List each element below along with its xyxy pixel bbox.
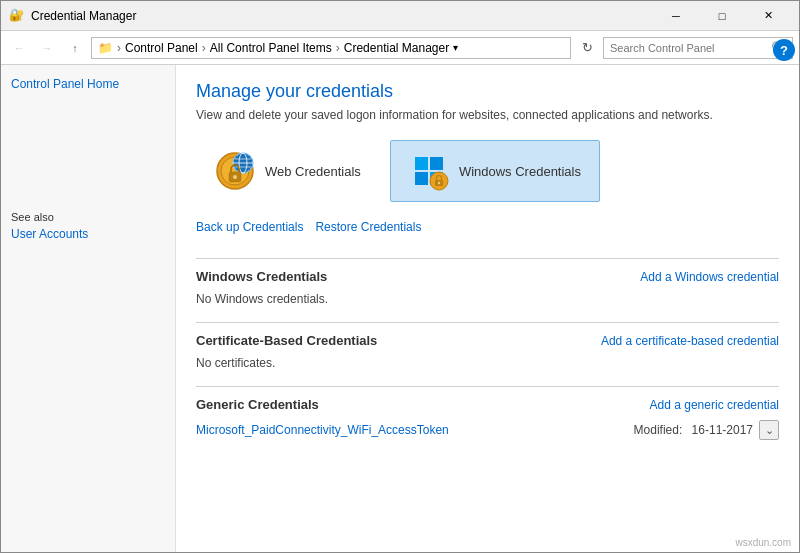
credential-item-microsoft-wifi: Microsoft_PaidConnectivity_WiFi_AccessTo…	[196, 416, 779, 444]
web-credentials-icon	[215, 151, 255, 191]
address-bar: ← → ↑ 📁 › Control Panel › All Control Pa…	[1, 31, 799, 65]
windows-section-title: Windows Credentials	[196, 269, 327, 284]
windows-credentials-empty: No Windows credentials.	[196, 288, 779, 314]
search-input[interactable]	[610, 42, 771, 54]
windows-section-header: Windows Credentials Add a Windows creden…	[196, 269, 779, 284]
close-button[interactable]: ✕	[745, 1, 791, 31]
window: 🔐 Credential Manager ─ □ ✕ ← → ↑ 📁 › Con…	[0, 0, 800, 553]
breadcrumb-part-2: All Control Panel Items	[210, 41, 332, 55]
expand-credential-button[interactable]: ⌄	[759, 420, 779, 440]
svg-rect-14	[430, 157, 443, 170]
svg-point-18	[438, 182, 440, 184]
generic-section-header: Generic Credentials Add a generic creden…	[196, 397, 779, 412]
title-bar: 🔐 Credential Manager ─ □ ✕	[1, 1, 799, 31]
credential-tabs: Web Credentials	[196, 140, 779, 202]
app-icon: 🔐	[9, 8, 25, 24]
window-title: Credential Manager	[31, 9, 653, 23]
certificate-credentials-empty: No certificates.	[196, 352, 779, 378]
sidebar-control-panel-home[interactable]: Control Panel Home	[11, 77, 165, 91]
svg-rect-15	[415, 172, 428, 185]
generic-credentials-section: Generic Credentials Add a generic creden…	[196, 386, 779, 450]
certificate-section-title: Certificate-Based Credentials	[196, 333, 377, 348]
breadcrumb[interactable]: 📁 › Control Panel › All Control Panel It…	[91, 37, 571, 59]
svg-point-9	[233, 175, 237, 179]
credential-item-name[interactable]: Microsoft_PaidConnectivity_WiFi_AccessTo…	[196, 423, 449, 437]
generic-section-title: Generic Credentials	[196, 397, 319, 412]
add-certificate-credential-link[interactable]: Add a certificate-based credential	[601, 334, 779, 348]
windows-credentials-section: Windows Credentials Add a Windows creden…	[196, 258, 779, 320]
page-title: Manage your credentials	[196, 81, 779, 102]
modified-label: Modified:	[634, 423, 686, 437]
content-area: Manage your credentials View and delete …	[176, 65, 799, 553]
window-controls: ─ □ ✕	[653, 1, 791, 31]
watermark: wsxdun.com	[735, 537, 791, 548]
modified-date: 16-11-2017	[692, 423, 753, 437]
certificate-section-header: Certificate-Based Credentials Add a cert…	[196, 333, 779, 348]
up-button[interactable]: ↑	[63, 36, 87, 60]
sidebar: Control Panel Home See also User Account…	[1, 65, 176, 553]
minimize-button[interactable]: ─	[653, 1, 699, 31]
main-container: Control Panel Home See also User Account…	[1, 65, 799, 553]
svg-rect-10	[415, 157, 428, 170]
see-also-label: See also	[11, 211, 165, 223]
maximize-button[interactable]: □	[699, 1, 745, 31]
add-generic-credential-link[interactable]: Add a generic credential	[650, 398, 779, 412]
credential-item-meta: Modified: 16-11-2017 ⌄	[634, 420, 779, 440]
sidebar-user-accounts[interactable]: User Accounts	[11, 227, 165, 241]
refresh-button[interactable]: ↻	[575, 36, 599, 60]
page-subtitle: View and delete your saved logon informa…	[196, 108, 779, 122]
actions-row: Back up Credentials Restore Credentials	[196, 220, 779, 242]
help-button[interactable]: ?	[773, 39, 795, 61]
breadcrumb-part-1: Control Panel	[125, 41, 198, 55]
certificate-credentials-section: Certificate-Based Credentials Add a cert…	[196, 322, 779, 384]
windows-credentials-icon	[409, 151, 449, 191]
back-button[interactable]: ←	[7, 36, 31, 60]
folder-icon: 📁	[98, 41, 113, 55]
add-windows-credential-link[interactable]: Add a Windows credential	[640, 270, 779, 284]
windows-credentials-label: Windows Credentials	[459, 164, 581, 179]
search-box: 🔍	[603, 37, 793, 59]
breadcrumb-current: Credential Manager	[344, 41, 449, 55]
restore-credentials-link[interactable]: Restore Credentials	[315, 220, 421, 234]
web-credentials-tab[interactable]: Web Credentials	[196, 140, 380, 202]
windows-credentials-tab[interactable]: Windows Credentials	[390, 140, 600, 202]
forward-button[interactable]: →	[35, 36, 59, 60]
backup-credentials-link[interactable]: Back up Credentials	[196, 220, 303, 234]
web-credentials-label: Web Credentials	[265, 164, 361, 179]
breadcrumb-dropdown-icon: ▾	[453, 42, 458, 53]
